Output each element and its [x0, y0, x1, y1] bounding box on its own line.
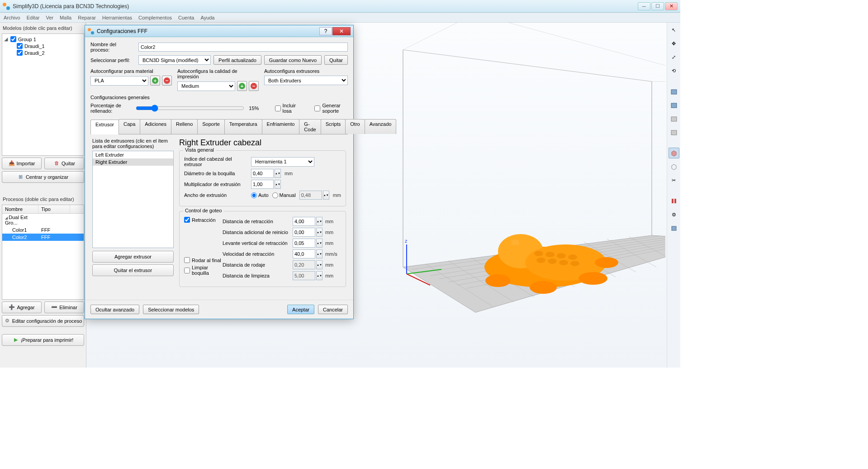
- view-wire-icon[interactable]: [669, 161, 679, 172]
- remove-profile-button[interactable]: Quitar: [324, 55, 348, 65]
- profile-updated-button[interactable]: Perfil actualizado: [213, 55, 261, 65]
- cursor-tool-icon[interactable]: ↖: [669, 24, 679, 35]
- view-front-icon[interactable]: [669, 100, 679, 110]
- tab-gcode[interactable]: G-Code: [299, 119, 321, 134]
- extruder-item-selected[interactable]: Right Extruder: [93, 158, 173, 166]
- save-as-new-button[interactable]: Guardar como Nuevo: [264, 55, 322, 65]
- support-tool-icon[interactable]: [669, 196, 679, 206]
- tree-item[interactable]: Draudi_2: [4, 49, 82, 56]
- include-raft-checkbox[interactable]: Incluir losa: [275, 103, 299, 114]
- prepare-print-button[interactable]: ▶¡Preparar para imprimir!: [2, 334, 84, 346]
- remove-material-button[interactable]: [162, 76, 172, 86]
- tab-scripts[interactable]: Scripts: [321, 119, 346, 134]
- select-models-button[interactable]: Seleccionar modelos: [143, 305, 199, 314]
- remove-model-button[interactable]: 🗑Quitar: [44, 158, 84, 169]
- move-tool-icon[interactable]: ✥: [669, 38, 679, 49]
- process-row-selected[interactable]: Color2 FFF: [2, 234, 84, 241]
- cross-section-icon[interactable]: ✂: [669, 175, 679, 186]
- models-tree[interactable]: ◢ Group 1 Draudi_1 Draudi_2: [2, 34, 84, 156]
- dialog-titlebar[interactable]: Configuraciones FFF ? ✕: [85, 25, 353, 37]
- tree-item[interactable]: Draudi_1: [4, 43, 82, 49]
- machine-icon[interactable]: [669, 223, 679, 234]
- tool-index-select[interactable]: Herramienta 1: [251, 157, 314, 167]
- cancel-button[interactable]: Cancelar: [318, 305, 348, 314]
- remove-extruder-button[interactable]: Quitar el extrusor: [92, 264, 174, 276]
- model-checkbox[interactable]: [17, 43, 23, 49]
- ret-dist-input[interactable]: [293, 217, 315, 226]
- menu-reparar[interactable]: Reparar: [78, 15, 96, 20]
- accept-button[interactable]: Aceptar: [287, 305, 314, 314]
- dialog-help-button[interactable]: ?: [319, 27, 332, 35]
- extra-dist-input[interactable]: [293, 228, 315, 237]
- menu-archivo[interactable]: Archivo: [4, 15, 20, 20]
- settings-icon[interactable]: ⚙: [669, 209, 679, 220]
- nozzle-input[interactable]: [251, 169, 274, 178]
- scale-tool-icon[interactable]: ⤢: [669, 52, 679, 62]
- tree-group[interactable]: ◢ Group 1: [4, 36, 82, 43]
- width-manual-radio[interactable]: Manual: [272, 192, 296, 198]
- import-button[interactable]: 📥Importar: [2, 158, 42, 169]
- add-quality-button[interactable]: [237, 81, 247, 91]
- extruder-list[interactable]: Left Extruder Right Extruder: [92, 151, 174, 248]
- add-extruder-button[interactable]: Agregar extrusor: [92, 251, 174, 263]
- width-auto-radio[interactable]: Auto: [251, 192, 269, 198]
- menu-editar[interactable]: Editar: [27, 15, 40, 20]
- material-select[interactable]: PLA: [90, 76, 148, 86]
- minimize-button[interactable]: ─: [638, 2, 650, 10]
- expand-icon[interactable]: ◢: [4, 36, 9, 42]
- menu-herramientas[interactable]: Herramientas: [102, 15, 132, 20]
- model-checkbox[interactable]: [17, 50, 23, 56]
- view-side-icon[interactable]: [669, 113, 679, 124]
- tab-enfriamiento[interactable]: Enfriamiento: [262, 119, 300, 134]
- process-name-input[interactable]: [138, 43, 348, 52]
- extruder-item[interactable]: Left Extruder: [93, 151, 173, 158]
- add-material-button[interactable]: [150, 76, 160, 86]
- add-process-button[interactable]: ➕Agregar: [2, 302, 42, 313]
- tab-relleno[interactable]: Relleno: [171, 119, 198, 134]
- menu-ayuda[interactable]: Ayuda: [201, 15, 215, 20]
- view-solid-icon[interactable]: [669, 148, 679, 158]
- vert-lift-input[interactable]: [293, 239, 315, 248]
- view-iso-icon[interactable]: [669, 127, 679, 138]
- edit-process-button[interactable]: ⚙Editar configuración de proceso: [2, 315, 84, 327]
- ret-speed-input[interactable]: [293, 249, 315, 258]
- tab-avanzado[interactable]: Avanzado: [365, 119, 397, 134]
- nozzle-spinner[interactable]: ▲▼: [275, 169, 281, 178]
- coast-checkbox[interactable]: Rodar al final: [184, 257, 223, 263]
- col-type[interactable]: Tipo: [38, 205, 70, 213]
- infill-label: Porcentaje de rellenado:: [90, 103, 131, 114]
- remove-quality-button[interactable]: [249, 81, 259, 91]
- processes-table[interactable]: Nombre Tipo Dual Ext Gro... Color1 FFF C…: [2, 205, 84, 300]
- menu-complementos[interactable]: Complementos: [138, 15, 172, 20]
- multiplier-spinner[interactable]: ▲▼: [275, 180, 281, 189]
- close-button[interactable]: ✕: [665, 2, 678, 10]
- menu-malla[interactable]: Malla: [60, 15, 71, 20]
- profile-select[interactable]: BCN3D Sigma (modified): [138, 55, 211, 65]
- col-name[interactable]: Nombre: [2, 205, 38, 213]
- retraction-checkbox[interactable]: Retracción: [184, 217, 223, 223]
- process-group-row[interactable]: Dual Ext Gro...: [2, 214, 84, 226]
- hide-advanced-button[interactable]: Ocultar avanzado: [90, 305, 139, 314]
- extruders-config-select[interactable]: Both Extruders: [264, 76, 348, 85]
- tab-adiciones[interactable]: Adiciones: [140, 119, 171, 134]
- dialog-close-button[interactable]: ✕: [332, 27, 351, 35]
- menu-cuenta[interactable]: Cuenta: [178, 15, 194, 20]
- process-row[interactable]: Color1 FFF: [2, 226, 84, 234]
- view-top-icon[interactable]: [669, 86, 679, 97]
- multiplier-input[interactable]: [251, 180, 274, 189]
- center-button[interactable]: ⊞Centrar y organizar: [2, 171, 84, 183]
- tab-extrusor[interactable]: Extrusor: [90, 120, 119, 134]
- tab-temperatura[interactable]: Temperatura: [224, 119, 262, 134]
- maximize-button[interactable]: ☐: [651, 2, 664, 10]
- generate-support-checkbox[interactable]: Generar soporte: [314, 103, 348, 114]
- infill-slider[interactable]: [136, 105, 244, 112]
- menu-ver[interactable]: Ver: [46, 15, 53, 20]
- quality-select[interactable]: Medium: [177, 81, 235, 91]
- tab-soporte[interactable]: Soporte: [197, 119, 225, 134]
- group-checkbox[interactable]: [10, 36, 16, 42]
- delete-process-button[interactable]: ➖Eliminar: [44, 302, 84, 313]
- wipe-checkbox[interactable]: Limpiar boquilla: [184, 265, 223, 276]
- rotate-tool-icon[interactable]: ⟲: [669, 65, 679, 76]
- tab-otro[interactable]: Otro: [345, 119, 365, 134]
- tab-capa[interactable]: Capa: [119, 119, 140, 134]
